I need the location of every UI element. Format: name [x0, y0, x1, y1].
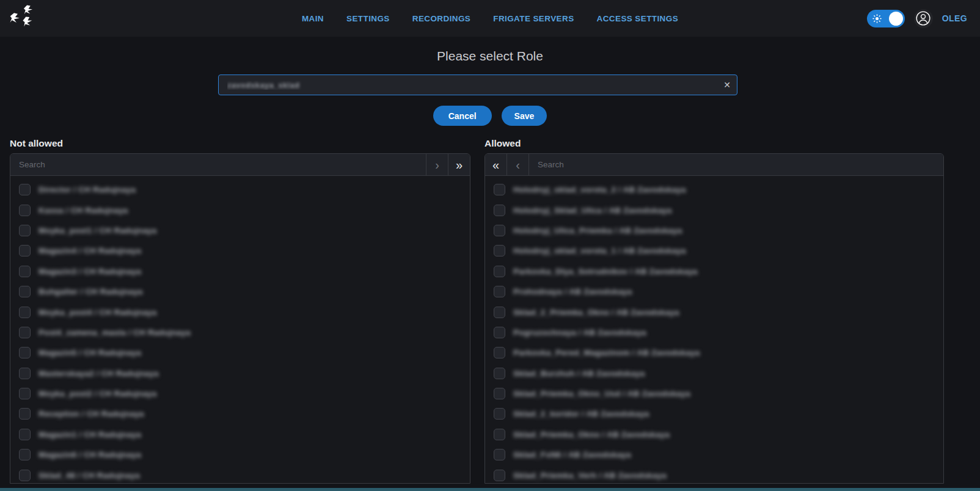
item-label: Pogruzochnaya / AB Zavodskaya — [513, 328, 646, 337]
item-checkbox[interactable] — [19, 286, 31, 297]
item-checkbox[interactable] — [494, 429, 505, 440]
item-checkbox[interactable] — [19, 327, 31, 338]
allowed-panel: « ‹ Holodnyj_sklad_vorota_2 / AB Zavodsk… — [485, 153, 944, 484]
list-item[interactable]: Holodnyj_sklad_vorota_2 / AB Zavodskaya — [485, 180, 943, 200]
item-checkbox[interactable] — [494, 408, 505, 420]
list-item[interactable]: Post4_zamena_masla / CH Radujnaya — [10, 322, 470, 343]
list-item[interactable]: Sklad_FsN6 / AB Zavodskaya — [485, 445, 943, 465]
item-checkbox[interactable] — [19, 245, 31, 256]
list-item[interactable]: Moyka_post1 / CH Radujnaya — [10, 220, 470, 241]
list-item[interactable]: Sklad_Priemka_Verh / AB Zavodskaya — [485, 465, 943, 484]
list-item[interactable]: Kassa / CH Radujnaya — [10, 200, 470, 220]
list-item[interactable]: Reception / CH Radujnaya — [10, 404, 470, 424]
nav-link[interactable]: FRIGATE SERVERS — [493, 14, 574, 23]
list-item[interactable]: Pogruzochnaya / AB Zavodskaya — [485, 322, 943, 343]
move-selected-left-button[interactable]: ‹ — [507, 154, 529, 175]
item-label: Holodnyj_sklad_vorota_1 / AB Zavodskaya — [513, 246, 686, 255]
item-checkbox[interactable] — [19, 388, 31, 399]
item-label: Sklad_Burzhuh / AB Zavodskaya — [513, 369, 645, 378]
list-item[interactable]: Magazin1 / CH Radujnaya — [10, 424, 470, 445]
role-input[interactable] — [218, 75, 737, 95]
item-checkbox[interactable] — [19, 205, 31, 216]
item-checkbox[interactable] — [19, 470, 31, 481]
theme-toggle[interactable] — [867, 10, 905, 27]
list-item[interactable]: Masterskaya2 / CH Radujnaya — [10, 363, 470, 384]
user-menu[interactable]: OLEG — [942, 13, 967, 23]
list-item[interactable]: Magazin6 / CH Radujnaya — [10, 445, 470, 465]
item-checkbox[interactable] — [494, 449, 505, 460]
item-checkbox[interactable] — [494, 388, 505, 399]
item-checkbox[interactable] — [19, 184, 31, 195]
list-item[interactable]: Holodnyj_sklad_vorota_1 / AB Zavodskaya — [485, 241, 943, 261]
list-item[interactable]: Magazin3 / CH Radujnaya — [10, 261, 470, 282]
item-checkbox[interactable] — [19, 368, 31, 379]
nav-link[interactable]: RECORDINGS — [412, 14, 471, 23]
item-label: Director / CH Radujnaya — [38, 185, 136, 194]
item-checkbox[interactable] — [19, 449, 31, 460]
nav-links: MAIN SETTINGS RECORDINGS FRIGATE SERVERS… — [302, 14, 678, 23]
list-item[interactable]: Sklad_2_Priemka_Okno / AB Zavodskaya — [485, 302, 943, 322]
list-item[interactable]: Sklad_Burzhuh / AB Zavodskaya — [485, 363, 943, 384]
list-item[interactable]: Sklad_Priemka_Okno_Usd / AB Zavodskaya — [485, 384, 943, 404]
page: MAIN SETTINGS RECORDINGS FRIGATE SERVERS… — [0, 0, 980, 491]
allowed-search-input[interactable] — [529, 154, 943, 175]
list-item[interactable]: Magazin5 / CH Radujnaya — [10, 343, 470, 363]
list-item[interactable]: Parkovka_Pered_Magazinom / AB Zavodskaya — [485, 343, 943, 363]
item-checkbox[interactable] — [494, 327, 505, 338]
not-allowed-toolbar: › » — [10, 154, 470, 176]
nav-link[interactable]: MAIN — [302, 14, 324, 23]
user-avatar-icon[interactable] — [914, 9, 933, 28]
list-item[interactable]: Magazin4 / CH Radujnaya — [10, 241, 470, 261]
list-item[interactable]: Buhgalter / CH Radujnaya — [10, 282, 470, 302]
item-checkbox[interactable] — [494, 184, 505, 195]
item-checkbox[interactable] — [19, 347, 31, 358]
not-allowed-title: Not allowed — [10, 138, 470, 149]
item-label: Moyka_post1 / CH Radujnaya — [38, 226, 157, 235]
item-label: Holodnyj_Sklad_Ulica / AB Zavodskaya — [513, 206, 672, 215]
item-label: Sklad_Priemka_Verh / AB Zavodskaya — [513, 471, 667, 480]
item-label: Sklad_Priemka_Okno_Usd / AB Zavodskaya — [513, 389, 690, 398]
item-checkbox[interactable] — [494, 266, 505, 277]
item-checkbox[interactable] — [494, 470, 505, 481]
item-checkbox[interactable] — [494, 225, 505, 236]
item-checkbox[interactable] — [19, 429, 31, 440]
item-label: Sklad_Priemka_Okno / AB Zavodskaya — [513, 430, 670, 439]
item-checkbox[interactable] — [494, 205, 505, 216]
item-checkbox[interactable] — [19, 225, 31, 236]
list-item[interactable]: Moyka_post2 / CH Radujnaya — [10, 384, 470, 404]
item-checkbox[interactable] — [494, 286, 505, 297]
item-label: Parkovka_Pered_Magazinom / AB Zavodskaya — [513, 348, 700, 357]
clear-icon[interactable]: ✕ — [723, 79, 731, 90]
list-item[interactable]: Moyka_post4 / CH Radujnaya — [10, 302, 470, 322]
frigate-birds-logo-icon[interactable] — [8, 5, 36, 32]
item-checkbox[interactable] — [19, 408, 31, 420]
list-item[interactable]: Prohodnaya / AB Zavodskaya — [485, 282, 943, 302]
move-selected-right-button[interactable]: › — [426, 154, 448, 175]
list-item[interactable]: Sklad_2_koridor / AB Zavodskaya — [485, 404, 943, 424]
item-checkbox[interactable] — [494, 347, 505, 358]
list-item[interactable]: Holodnyj_Sklad_Ulica / AB Zavodskaya — [485, 200, 943, 220]
list-item[interactable]: Holodnyj_Ulica_Priemka / AB Zavodskaya — [485, 220, 943, 241]
item-checkbox[interactable] — [19, 307, 31, 318]
item-checkbox[interactable] — [19, 266, 31, 277]
item-label: Sklad_2_Priemka_Okno / AB Zavodskaya — [513, 308, 679, 317]
item-checkbox[interactable] — [494, 245, 505, 256]
item-checkbox[interactable] — [494, 307, 505, 318]
list-item[interactable]: Parkovka_Dlya_Sotrudnikov / AB Zavodskay… — [485, 261, 943, 282]
allowed-title: Allowed — [485, 138, 944, 149]
not-allowed-search-input[interactable] — [10, 154, 426, 175]
list-item[interactable]: Sklad_48 / CH Radujnaya — [10, 465, 470, 484]
move-all-right-button[interactable]: » — [448, 154, 470, 175]
nav-link[interactable]: SETTINGS — [346, 14, 390, 23]
toggle-knob — [889, 12, 903, 26]
move-all-left-button[interactable]: « — [485, 154, 507, 175]
not-allowed-list: Director / CH Radujnaya Kassa / CH Raduj… — [10, 176, 470, 484]
cancel-button[interactable]: Cancel — [433, 106, 492, 126]
list-item[interactable]: Sklad_Priemka_Okno / AB Zavodskaya — [485, 424, 943, 445]
item-checkbox[interactable] — [494, 368, 505, 379]
list-item[interactable]: Director / CH Radujnaya — [10, 180, 470, 200]
item-label: Parkovka_Dlya_Sotrudnikov / AB Zavodskay… — [513, 267, 698, 276]
item-label: Magazin6 / CH Radujnaya — [38, 450, 141, 459]
nav-link[interactable]: ACCESS SETTINGS — [597, 14, 679, 23]
save-button[interactable]: Save — [502, 106, 547, 126]
